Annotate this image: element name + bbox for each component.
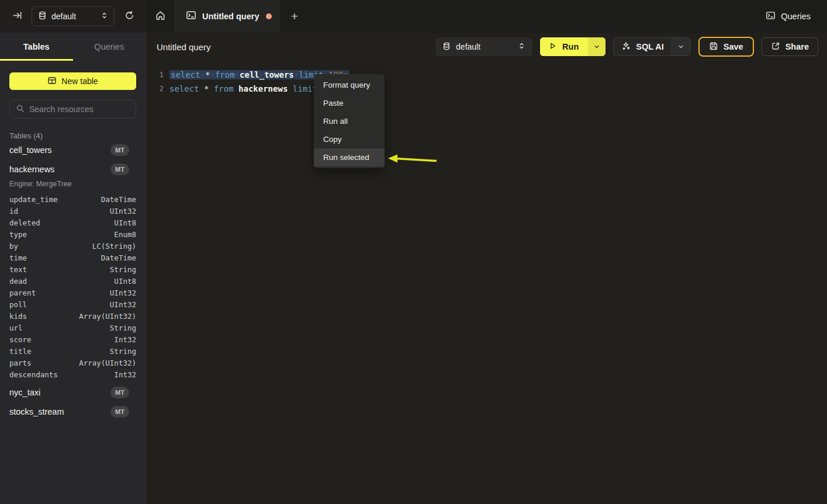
sidebar: Tables Queries New table Tables (4) cell…: [0, 33, 146, 504]
column-type: String: [110, 265, 136, 274]
hackernews-engine: Engine: MergeTree: [9, 180, 136, 188]
menu-item-paste[interactable]: Paste: [314, 94, 385, 112]
engine-badge: MT: [110, 406, 129, 418]
table-grid-icon: [47, 76, 57, 87]
toolbar-database-selector[interactable]: default: [435, 37, 532, 56]
schema-column-row: byLC(String): [9, 240, 136, 252]
column-name: type: [9, 230, 27, 239]
table-row-nyc-taxi[interactable]: nyc_taxi MT: [9, 383, 136, 402]
queries-button-label: Queries: [781, 12, 811, 21]
editor-context-menu: Format queryPasteRun allCopyRun selected: [314, 74, 385, 168]
tab-title: Untitled query: [202, 12, 260, 21]
topbar-database-value: default: [51, 12, 96, 21]
query-title: Untitled query: [157, 42, 435, 52]
line-number: 1: [146, 68, 164, 82]
table-name: stocks_stream: [9, 407, 110, 416]
schema-column-row: textString: [9, 263, 136, 275]
column-name: dead: [9, 277, 27, 286]
menu-item-run-all[interactable]: Run all: [314, 112, 385, 130]
queries-terminal-icon: [766, 11, 776, 22]
home-button[interactable]: [146, 0, 174, 33]
save-button[interactable]: Save: [698, 37, 754, 57]
schema-column-row: pollUInt32: [9, 298, 136, 310]
column-type: UInt8: [114, 218, 136, 227]
column-name: id: [9, 207, 18, 215]
hackernews-columns: update_timeDateTimeidUInt32deletedUInt8t…: [9, 193, 136, 380]
run-dropdown-caret[interactable]: [588, 37, 605, 56]
sidebar-tab-tables[interactable]: Tables: [0, 33, 73, 61]
sparkles-icon: [621, 41, 631, 53]
sidebar-tabs: Tables Queries: [0, 33, 146, 61]
column-type: DateTime: [101, 195, 136, 204]
code-line[interactable]: 1select·*·from·cell_towers·limit·100;: [146, 68, 827, 82]
sql-ai-dropdown-caret[interactable]: [672, 38, 690, 55]
column-type: Array(UInt32): [79, 359, 136, 367]
column-name: title: [9, 347, 32, 356]
refresh-button[interactable]: [120, 8, 138, 25]
column-type: Int32: [114, 370, 136, 379]
column-name: update_time: [9, 195, 58, 204]
schema-column-row: titleString: [9, 345, 136, 357]
collapse-sidebar-icon: [12, 11, 22, 22]
schema-column-row: typeEnum8: [9, 228, 136, 240]
tab-untitled-query[interactable]: Untitled query: [174, 0, 280, 33]
queries-button[interactable]: Queries: [766, 11, 811, 22]
chevron-updown-icon: [518, 42, 525, 51]
topbar: default Untitled query +: [0, 0, 827, 33]
table-row-hackernews[interactable]: hackernews MT: [9, 159, 136, 179]
table-row-stocks-stream[interactable]: stocks_stream MT: [9, 402, 136, 421]
column-type: Int32: [114, 335, 136, 344]
topbar-database-selector[interactable]: default: [32, 6, 115, 26]
column-type: Array(UInt32): [79, 312, 136, 321]
schema-column-row: parentUInt32: [9, 287, 136, 298]
save-floppy-icon: [709, 41, 718, 53]
run-label: Run: [562, 42, 579, 51]
new-tab-button[interactable]: +: [280, 0, 309, 33]
table-name: hackernews: [9, 165, 110, 174]
code-line[interactable]: 2select * from hackernews limit: [146, 82, 827, 96]
topbar-right: Queries: [766, 0, 827, 33]
share-icon: [771, 41, 780, 53]
sql-ai-main[interactable]: SQL AI: [614, 38, 672, 55]
collapse-sidebar-button[interactable]: [8, 8, 26, 25]
save-label: Save: [724, 42, 743, 51]
menu-item-format-query[interactable]: Format query: [314, 76, 385, 94]
run-button-main[interactable]: Run: [540, 37, 588, 56]
schema-column-row: partsArray(UInt32): [9, 357, 136, 369]
column-type: String: [110, 324, 136, 332]
query-toolbar: Untitled query default Run: [146, 33, 827, 61]
sql-editor[interactable]: 1select·*·from·cell_towers·limit·100;2se…: [146, 61, 827, 96]
schema-column-row: urlString: [9, 322, 136, 333]
sql-ai-label: SQL AI: [636, 42, 664, 51]
menu-item-run-selected[interactable]: Run selected: [314, 148, 385, 166]
engine-badge: MT: [110, 164, 129, 175]
column-name: time: [9, 253, 27, 262]
engine-badge: MT: [110, 144, 129, 156]
database-icon: [38, 11, 47, 22]
chevron-updown-icon: [101, 12, 108, 21]
column-type: UInt8: [114, 277, 136, 286]
column-name: score: [9, 335, 32, 344]
unsaved-changes-dot: [266, 13, 272, 19]
engine-badge: MT: [110, 387, 129, 398]
table-name: nyc_taxi: [9, 388, 110, 397]
share-button[interactable]: Share: [762, 37, 818, 56]
menu-item-copy[interactable]: Copy: [314, 130, 385, 148]
column-type: String: [110, 347, 136, 356]
sidebar-tab-queries[interactable]: Queries: [73, 33, 146, 61]
new-table-button[interactable]: New table: [9, 72, 136, 90]
database-icon: [442, 42, 451, 52]
home-icon: [155, 10, 166, 23]
line-number: 2: [146, 82, 164, 96]
search-input[interactable]: [29, 105, 135, 114]
sql-ai-button[interactable]: SQL AI: [613, 37, 691, 56]
run-button[interactable]: Run: [540, 37, 605, 56]
refresh-icon: [124, 11, 134, 22]
schema-column-row: idUInt32: [9, 205, 136, 217]
table-row-cell-towers[interactable]: cell_towers MT: [9, 140, 136, 159]
column-type: UInt32: [110, 300, 136, 309]
column-type: LC(String): [92, 242, 136, 251]
code-text: select * from hackernews limit: [169, 84, 317, 93]
column-name: parts: [9, 359, 32, 367]
schema-column-row: deletedUInt8: [9, 217, 136, 228]
